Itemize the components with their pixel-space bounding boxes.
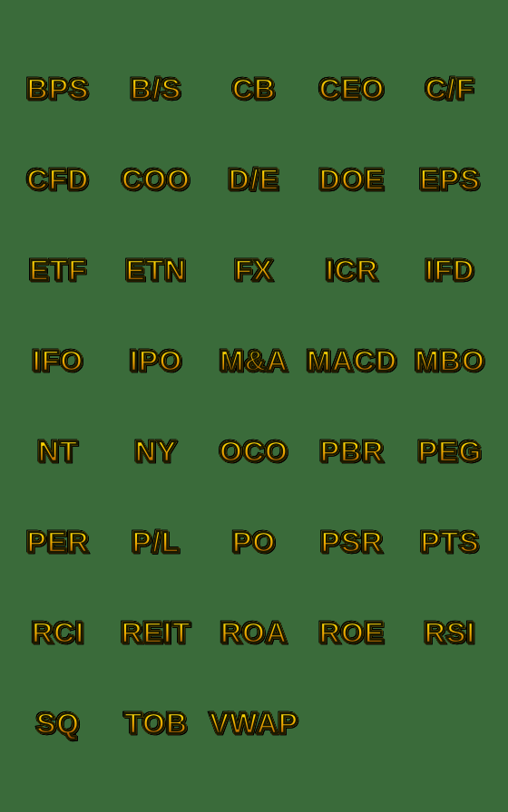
term-label: TOB bbox=[124, 707, 188, 740]
term-cell: PER bbox=[9, 497, 107, 587]
term-label: PEG bbox=[418, 435, 483, 469]
term-cell: C/F bbox=[401, 44, 499, 134]
term-label: ETN bbox=[126, 254, 187, 287]
term-cell: IFO bbox=[9, 315, 107, 406]
term-cell: PEG bbox=[401, 406, 499, 497]
term-label: CFD bbox=[27, 163, 90, 197]
term-label: D/E bbox=[229, 163, 279, 197]
term-cell: PBR bbox=[303, 406, 401, 497]
terms-grid: BPSB/SCBCEOC/FCFDCOOD/EDOEEPSETFETNFXICR… bbox=[9, 34, 499, 778]
term-label: FX bbox=[235, 254, 274, 287]
term-label: OCO bbox=[220, 435, 288, 469]
term-label: NT bbox=[38, 435, 79, 469]
term-cell: DOE bbox=[303, 134, 401, 225]
term-cell: PSR bbox=[303, 497, 401, 587]
term-label: IPO bbox=[130, 344, 182, 378]
term-label: ETF bbox=[29, 254, 86, 287]
term-cell: RSI bbox=[401, 587, 499, 678]
term-cell: NY bbox=[107, 406, 205, 497]
term-cell: P/L bbox=[107, 497, 205, 587]
term-label: ICR bbox=[326, 254, 378, 287]
term-cell: ROA bbox=[205, 587, 303, 678]
term-label: P/L bbox=[132, 526, 181, 559]
term-cell: NT bbox=[9, 406, 107, 497]
term-label: PTS bbox=[420, 526, 479, 559]
term-cell: CFD bbox=[9, 134, 107, 225]
term-cell: PTS bbox=[401, 497, 499, 587]
term-cell: M&A bbox=[205, 315, 303, 406]
term-label: MBO bbox=[415, 344, 485, 378]
term-label: PO bbox=[232, 526, 276, 559]
term-label: B/S bbox=[131, 72, 181, 106]
term-label: PSR bbox=[321, 526, 384, 559]
term-label: ROA bbox=[220, 616, 288, 650]
term-label: ROE bbox=[319, 616, 385, 650]
term-label: EPS bbox=[419, 163, 480, 197]
term-label: MACD bbox=[307, 344, 397, 378]
term-cell: IFD bbox=[401, 225, 499, 315]
term-label: VWAP bbox=[210, 707, 298, 740]
term-label: RCI bbox=[32, 616, 84, 650]
term-label: M&A bbox=[220, 344, 288, 378]
term-cell: EPS bbox=[401, 134, 499, 225]
term-cell: B/S bbox=[107, 44, 205, 134]
term-cell: COO bbox=[107, 134, 205, 225]
term-cell: SQ bbox=[9, 678, 107, 768]
term-cell: IPO bbox=[107, 315, 205, 406]
term-label: RSI bbox=[425, 616, 475, 650]
term-cell: REIT bbox=[107, 587, 205, 678]
term-label: CB bbox=[232, 72, 276, 106]
term-cell: TOB bbox=[107, 678, 205, 768]
term-cell: OCO bbox=[205, 406, 303, 497]
term-cell bbox=[303, 678, 401, 768]
term-label: BPS bbox=[27, 72, 90, 106]
term-cell: CB bbox=[205, 44, 303, 134]
term-cell: CEO bbox=[303, 44, 401, 134]
term-label: C/F bbox=[425, 72, 475, 106]
term-label: DOE bbox=[319, 163, 385, 197]
term-label: COO bbox=[122, 163, 190, 197]
term-cell: D/E bbox=[205, 134, 303, 225]
term-label: IFO bbox=[33, 344, 83, 378]
term-label: SQ bbox=[36, 707, 80, 740]
term-cell: MACD bbox=[303, 315, 401, 406]
term-cell: ETN bbox=[107, 225, 205, 315]
term-label: IFD bbox=[425, 254, 475, 287]
term-cell: PO bbox=[205, 497, 303, 587]
term-cell: BPS bbox=[9, 44, 107, 134]
term-cell: ETF bbox=[9, 225, 107, 315]
term-cell bbox=[401, 678, 499, 768]
term-cell: VWAP bbox=[205, 678, 303, 768]
term-cell: MBO bbox=[401, 315, 499, 406]
term-label: PER bbox=[27, 526, 90, 559]
term-label: CEO bbox=[319, 72, 385, 106]
term-cell: ICR bbox=[303, 225, 401, 315]
term-cell: ROE bbox=[303, 587, 401, 678]
term-cell: FX bbox=[205, 225, 303, 315]
term-label: NY bbox=[135, 435, 177, 469]
term-label: REIT bbox=[122, 616, 191, 650]
term-label: PBR bbox=[320, 435, 385, 469]
term-cell: RCI bbox=[9, 587, 107, 678]
